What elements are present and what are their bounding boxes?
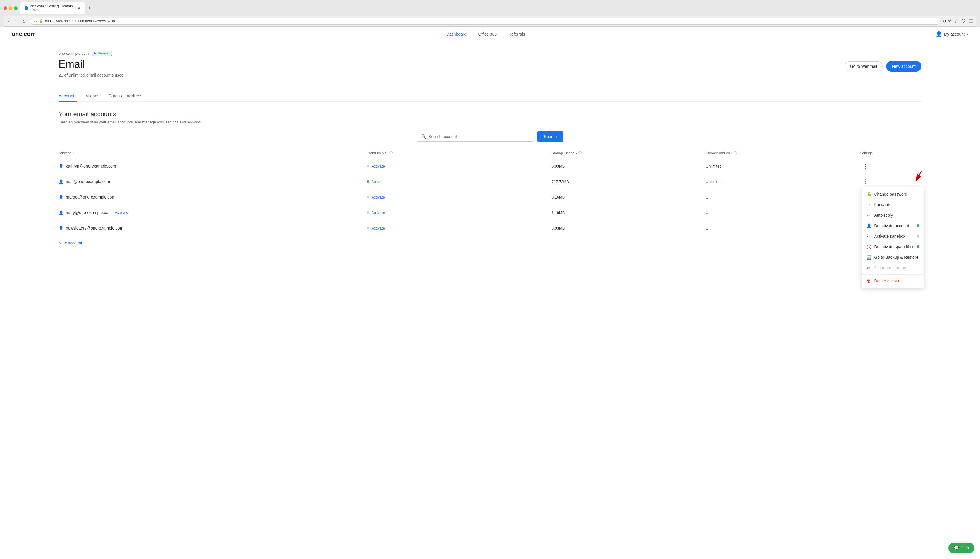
table-row: 👤 mail@one-example.com Active 717.72MB U… bbox=[58, 174, 922, 189]
email-table: Address ▾ Premium Mail ⓘ Storage usage ▾… bbox=[58, 148, 922, 245]
nav-links: Dashboard Office 365 Referrals bbox=[446, 32, 525, 36]
tab-catchall[interactable]: Catch-all address bbox=[108, 90, 143, 102]
mail-icon: ✉ bbox=[867, 265, 871, 270]
minimize-dot[interactable] bbox=[9, 7, 12, 10]
menu-deactivate-spam[interactable]: 🚫 Deactivate spam filter bbox=[862, 241, 924, 252]
sort-storage-icon[interactable]: ▾ bbox=[576, 151, 577, 155]
menu-icon[interactable]: ☰ bbox=[969, 18, 973, 24]
tab-favicon bbox=[25, 6, 28, 10]
security-icon: 🛡 bbox=[34, 19, 37, 23]
header-actions: Go to Webmail New account bbox=[844, 61, 922, 72]
menu-forwards[interactable]: → Forwards bbox=[862, 199, 924, 210]
more-options-button[interactable]: ⋮ bbox=[860, 178, 870, 185]
cell-premium: Activate bbox=[367, 164, 552, 169]
new-account-button[interactable]: New account bbox=[886, 61, 922, 72]
more-options-button[interactable]: ⋮ bbox=[860, 162, 870, 170]
search-icon: 🔍 bbox=[421, 134, 426, 139]
cell-addon: Unlimited bbox=[706, 180, 860, 184]
cell-premium: Activate bbox=[367, 195, 552, 199]
cell-email: 👤 kathryn@one-example.com bbox=[58, 164, 367, 169]
menu-delete-account[interactable]: 🗑 Delete account bbox=[862, 276, 924, 286]
tab-aliases[interactable]: Aliases bbox=[85, 90, 99, 102]
status-dot bbox=[367, 165, 369, 167]
email-icon: 👤 bbox=[58, 179, 63, 184]
table-row: 👤 kathryn@one-example.com Activate 0.03M… bbox=[58, 159, 922, 174]
email-icon: 👤 bbox=[58, 210, 63, 215]
shield-icon: 🛡 bbox=[867, 234, 871, 238]
more-tag: +1 more bbox=[115, 210, 128, 215]
my-account-label: My account bbox=[944, 32, 965, 36]
search-row: 🔍 Search bbox=[58, 131, 922, 142]
nav-link-referrals[interactable]: Referrals bbox=[508, 32, 525, 36]
user-icon: 👤 bbox=[867, 223, 871, 228]
lock-icon: 🔒 bbox=[39, 19, 43, 23]
table-row: 👤 margot@one-example.com Activate 0.16MB… bbox=[58, 189, 922, 205]
reply-icon: ↩ bbox=[867, 213, 871, 218]
cell-premium: Active bbox=[367, 180, 552, 184]
cell-settings: ⋮ bbox=[860, 162, 922, 170]
shield-icon[interactable]: 🛡 bbox=[961, 18, 966, 24]
info-premium-icon: ⓘ bbox=[390, 151, 393, 155]
close-dot[interactable] bbox=[3, 7, 7, 10]
tab-bar: Accounts Aliases Catch-all address bbox=[58, 90, 922, 102]
webmail-button[interactable]: Go to Webmail bbox=[844, 61, 882, 71]
status-dot bbox=[367, 227, 369, 229]
menu-change-password[interactable]: 🔒 Change password bbox=[862, 189, 924, 199]
search-input[interactable] bbox=[429, 134, 529, 139]
maximize-dot[interactable] bbox=[14, 7, 18, 10]
th-settings: Settings bbox=[860, 151, 922, 155]
new-tab-button[interactable]: + bbox=[88, 5, 91, 12]
page-title: Email bbox=[58, 58, 124, 71]
toggle-sanebox[interactable] bbox=[917, 235, 919, 238]
menu-backup-restore[interactable]: 🔄 Go to Backup & Restore bbox=[862, 252, 924, 263]
sort-addon-icon[interactable]: ▾ bbox=[731, 151, 733, 155]
email-icon: 👤 bbox=[58, 226, 63, 230]
cell-premium: Activate bbox=[367, 210, 552, 215]
menu-auto-reply[interactable]: ↩ Auto-reply bbox=[862, 210, 924, 220]
search-button[interactable]: Search bbox=[537, 131, 563, 142]
nav-link-office365[interactable]: Office 365 bbox=[478, 32, 497, 36]
cell-storage: 0.03MB bbox=[552, 226, 706, 230]
menu-activate-sanebox[interactable]: 🛡 Activate sanebox bbox=[862, 231, 924, 241]
browser-tab[interactable]: one.com : Hosting, Domain, Em... ✕ bbox=[20, 2, 85, 14]
domain-name: one-example.com bbox=[58, 51, 89, 56]
th-premium: Premium Mail ⓘ bbox=[367, 151, 552, 155]
th-addon: Storage add-on ▾ ⓘ bbox=[706, 151, 860, 155]
menu-divider bbox=[862, 274, 924, 275]
status-dot bbox=[367, 180, 369, 183]
url-text: https://www.one.com/admin/mail/overview.… bbox=[45, 19, 937, 23]
toggle-deactivate[interactable] bbox=[917, 224, 919, 227]
status-dot bbox=[367, 212, 369, 214]
spam-icon: 🚫 bbox=[867, 245, 871, 249]
bookmark-icon[interactable]: ☆ bbox=[954, 18, 958, 24]
cell-addon: Unlimited bbox=[706, 164, 860, 169]
tab-close-button[interactable]: ✕ bbox=[77, 6, 81, 10]
chevron-down-icon: ▾ bbox=[967, 32, 968, 36]
my-account-menu[interactable]: 👤 My account ▾ bbox=[935, 31, 968, 37]
cell-addon: U... bbox=[706, 226, 860, 230]
lock-icon: 🔒 bbox=[867, 192, 871, 197]
info-storage-icon: ⓘ bbox=[578, 151, 582, 155]
sort-address-icon[interactable]: ▾ bbox=[73, 151, 74, 155]
domain-row: one-example.com Enthusiast bbox=[58, 51, 922, 56]
refresh-button[interactable]: ↻ bbox=[21, 18, 27, 25]
nav-link-dashboard[interactable]: Dashboard bbox=[446, 32, 467, 36]
forward-button[interactable]: › bbox=[14, 18, 18, 24]
email-icon: 👤 bbox=[58, 164, 63, 169]
table-header: Address ▾ Premium Mail ⓘ Storage usage ▾… bbox=[58, 148, 922, 159]
cell-settings: ⋮ 🔒 Change password → Forwards bbox=[860, 178, 922, 185]
new-account-link[interactable]: New account bbox=[58, 241, 82, 245]
back-button[interactable]: ‹ bbox=[7, 18, 11, 24]
address-bar[interactable]: 🛡 🔒 https://www.one.com/admin/mail/overv… bbox=[30, 18, 940, 25]
table-row: 👤 mary@one-example.com +1 more Activate … bbox=[58, 205, 922, 220]
context-menu: 🔒 Change password → Forwards ↩ Auto-repl… bbox=[862, 187, 924, 288]
account-icon: 👤 bbox=[935, 31, 942, 37]
menu-deactivate-account[interactable]: 👤 Deactivate account bbox=[862, 220, 924, 231]
tab-accounts[interactable]: Accounts bbox=[58, 90, 77, 102]
email-icon: 👤 bbox=[58, 195, 63, 199]
restore-icon: 🔄 bbox=[867, 255, 871, 260]
site-logo: one.com bbox=[12, 31, 36, 37]
help-button[interactable]: 💬 Help bbox=[948, 542, 974, 553]
toggle-spam[interactable] bbox=[917, 245, 919, 248]
cell-premium: Activate bbox=[367, 226, 552, 230]
